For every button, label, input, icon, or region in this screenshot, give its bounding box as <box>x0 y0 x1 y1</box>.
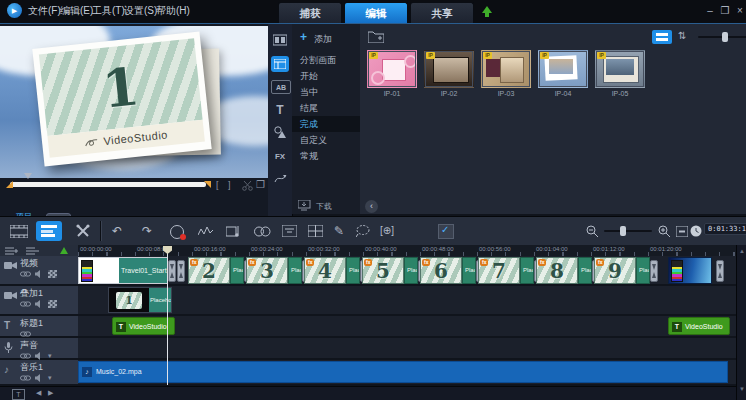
menu-tools[interactable]: 工具(T) <box>92 0 125 22</box>
transition-icon[interactable] <box>168 260 176 282</box>
sound-mixer-icon[interactable] <box>198 226 214 237</box>
split-clip-icon[interactable] <box>242 181 253 191</box>
download-label[interactable]: 下载 <box>316 201 332 212</box>
add-folder-icon[interactable] <box>368 30 384 43</box>
track-manager-icon[interactable] <box>26 247 40 255</box>
mix-tools-icon[interactable] <box>76 224 90 238</box>
overlay-track-lane[interactable] <box>78 286 736 314</box>
template-thumb[interactable]: IP <box>595 50 645 88</box>
overlay-clip[interactable]: 1 Placeholder <box>108 287 172 313</box>
track-volume-icon[interactable] <box>35 352 44 360</box>
add-chapter-point-icon[interactable] <box>60 247 68 254</box>
transparency-icon[interactable] <box>48 270 57 278</box>
title-clip[interactable]: T VideoStudio <box>112 317 175 335</box>
record-capture-button[interactable] <box>170 225 184 239</box>
placeholder-gap[interactable]: Placeholder <box>636 257 650 284</box>
placeholder-gap[interactable]: Placeholder <box>346 257 360 284</box>
track-header-overlay[interactable]: 叠加1 <box>0 286 78 314</box>
thumbnail-view-button[interactable] <box>652 30 672 44</box>
placeholder-gap[interactable]: Placeholder <box>462 257 476 284</box>
placeholder-clip-7[interactable]: fx7 <box>478 257 520 284</box>
media-library-icon[interactable] <box>273 34 287 46</box>
clip-travel01-end[interactable] <box>668 257 712 284</box>
subtitle-track-toggle[interactable]: T <box>12 389 25 400</box>
minimize-button[interactable]: – <box>704 0 716 22</box>
template-thumb[interactable]: IP <box>424 50 474 88</box>
link-icon[interactable] <box>20 352 31 360</box>
update-arrow-icon[interactable] <box>482 6 492 13</box>
timeline-view-button[interactable] <box>36 221 62 241</box>
close-button[interactable]: × <box>734 0 746 22</box>
scroll-up-icon[interactable]: ▲ <box>737 248 746 254</box>
timeline-zoom-handle[interactable] <box>620 226 626 236</box>
menu-settings[interactable]: 设置(S) <box>124 0 157 22</box>
category-custom[interactable]: 自定义 <box>292 132 360 148</box>
scroll-left-icon[interactable]: ◀ <box>36 389 41 397</box>
painting-creator-icon[interactable]: ✎ <box>334 223 344 239</box>
track-header-title[interactable]: T 标题1 <box>0 316 78 336</box>
link-icon[interactable] <box>20 374 31 382</box>
timeline-scrollbar[interactable]: ▲ ▼ <box>736 245 746 400</box>
link-icon[interactable] <box>20 300 31 308</box>
add-label[interactable]: 添加 <box>314 33 332 46</box>
motion-path-icon[interactable] <box>274 172 287 184</box>
sort-button[interactable]: ⇅ <box>678 30 686 41</box>
graphic-library-icon[interactable] <box>274 126 286 138</box>
collapse-panel-button[interactable]: ‹ <box>365 200 378 213</box>
track-header-video[interactable]: 视频 <box>0 256 78 284</box>
trim-end-handle[interactable] <box>204 181 211 188</box>
tab-edit[interactable]: 编辑 <box>344 2 408 23</box>
add-icon[interactable]: + <box>300 30 307 44</box>
mask-creator-icon[interactable] <box>356 225 370 237</box>
template-thumb[interactable]: IP <box>481 50 531 88</box>
mark-in-icon[interactable]: [ <box>216 180 219 190</box>
category-middle[interactable]: 当中 <box>292 84 360 100</box>
trim-start-handle[interactable] <box>6 181 13 188</box>
timeline-zoom-slider[interactable] <box>604 230 652 232</box>
scroll-right-icon[interactable]: ▶ <box>48 389 53 397</box>
menu-help[interactable]: 帮助(H) <box>156 0 190 22</box>
track-header-music[interactable]: ♪ 音乐1 ▾ <box>0 360 78 384</box>
zoom-in-icon[interactable] <box>658 225 671 238</box>
link-icon[interactable] <box>20 270 31 278</box>
placeholder-gap[interactable]: Placeholder <box>404 257 418 284</box>
music-clip[interactable]: ♪ Music_02.mpa <box>78 361 728 383</box>
placeholder-clip-9[interactable]: fx9 <box>594 257 636 284</box>
split-screen-creator-icon[interactable] <box>308 225 323 237</box>
batch-convert-icon[interactable]: ✓ <box>438 224 454 239</box>
title-library-icon[interactable]: T <box>271 102 289 118</box>
placeholder-gap[interactable]: Placeholder <box>578 257 592 284</box>
placeholder-gap[interactable]: Placeholder <box>520 257 534 284</box>
show-all-tracks-icon[interactable] <box>5 247 19 255</box>
filter-library-icon[interactable]: FX <box>271 148 289 164</box>
track-volume-icon[interactable] <box>35 300 44 308</box>
transparency-icon[interactable] <box>48 300 57 308</box>
color-grading-icon[interactable] <box>254 226 271 237</box>
placeholder-clip-6[interactable]: fx6 <box>420 257 462 284</box>
title-clip[interactable]: T VideoStudio <box>668 317 730 335</box>
template-thumb[interactable]: IP <box>367 50 417 88</box>
subtitle-editor-icon[interactable] <box>282 225 297 237</box>
instant-project-icon[interactable] <box>271 56 289 72</box>
thumb-size-handle[interactable] <box>722 32 728 42</box>
placeholder-clip-5[interactable]: fx5 <box>362 257 404 284</box>
category-ending[interactable]: 结尾 <box>292 100 360 116</box>
timeline-ruler[interactable]: 00:00:00:00 00:00:08:00 00:00:16:00 00:0… <box>78 245 736 256</box>
tab-capture[interactable]: 捕获 <box>278 2 342 23</box>
chevron-down-icon[interactable]: ▾ <box>48 352 52 360</box>
project-duration-icon[interactable] <box>690 225 702 237</box>
link-icon[interactable] <box>20 330 31 338</box>
storyboard-view-icon[interactable] <box>10 225 28 238</box>
category-general[interactable]: 常规 <box>292 148 360 164</box>
transition-icon[interactable] <box>650 260 658 282</box>
placeholder-clip-3[interactable]: fx3 <box>246 257 288 284</box>
menu-edit[interactable]: 编辑(E) <box>60 0 93 22</box>
template-thumb[interactable]: IP <box>538 50 588 88</box>
transition-icon[interactable] <box>177 260 185 282</box>
mark-out-icon[interactable]: ] <box>228 180 231 190</box>
scrub-handle[interactable] <box>24 173 32 179</box>
redo-button[interactable]: ↷ <box>142 223 152 239</box>
category-complete[interactable]: 完成 <box>292 116 360 132</box>
scroll-down-icon[interactable]: ▼ <box>737 386 746 392</box>
playhead-line[interactable] <box>167 246 168 385</box>
